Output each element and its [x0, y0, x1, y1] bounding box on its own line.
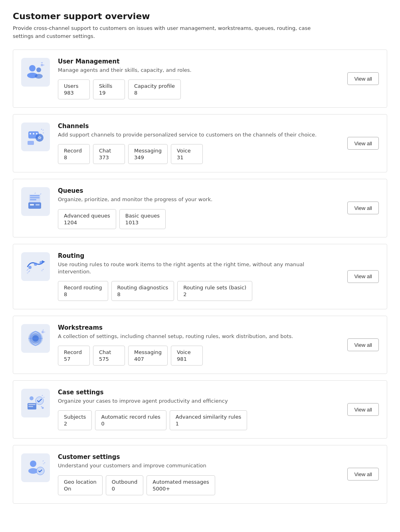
svg-rect-43	[28, 404, 36, 405]
user-management-title: User Management	[58, 58, 339, 65]
svg-rect-23	[36, 204, 40, 206]
case-settings-view-all-button[interactable]: View all	[347, 403, 379, 416]
workstreams-description: A collection of settings, including chan…	[58, 333, 329, 340]
svg-line-33	[43, 269, 44, 270]
stat-routing-rule-sets: Routing rule sets (basic) 2	[177, 281, 252, 301]
svg-point-48	[42, 407, 44, 409]
user-management-icon	[21, 58, 50, 87]
channels-content: Channels Add support channels to provide…	[58, 123, 339, 164]
stat-channels-record: Record 8	[58, 144, 90, 164]
page-title: Customer support overview	[13, 11, 387, 21]
routing-content: Routing Use routing rules to route work …	[58, 252, 339, 301]
svg-point-46	[30, 396, 34, 400]
stat-channels-chat: Chat 373	[93, 144, 125, 164]
routing-description: Use routing rules to route work items to…	[58, 261, 329, 275]
case-settings-title: Case settings	[58, 389, 339, 396]
svg-rect-19	[30, 197, 40, 198]
stat-advanced-similarity-rules: Advanced similarity rules 1	[170, 410, 247, 430]
queues-view-all-button[interactable]: View all	[347, 202, 379, 214]
svg-line-6	[41, 62, 42, 63]
svg-point-28	[34, 263, 37, 266]
stat-outbound: Outbound 0	[106, 475, 144, 495]
stat-capacity-profile: Capacity profile 8	[128, 79, 181, 99]
section-channels: Channels Add support channels to provide…	[13, 114, 387, 172]
svg-point-34	[41, 270, 43, 271]
routing-stats: Record routing 8 Routing diagnostics 8 R…	[58, 281, 339, 301]
svg-rect-18	[30, 195, 40, 196]
stat-channels-voice: Voice 31	[171, 144, 203, 164]
stat-workstreams-record: Record 57	[58, 346, 90, 366]
svg-rect-21	[28, 202, 41, 209]
page-subtitle: Provide cross-channel support to custome…	[13, 24, 324, 40]
svg-rect-22	[30, 204, 34, 206]
svg-line-50	[44, 397, 44, 398]
svg-line-54	[43, 461, 44, 461]
channels-view-all-button[interactable]: View all	[347, 137, 379, 150]
section-case-settings: Case settings Organize your cases to imp…	[13, 380, 387, 439]
stat-workstreams-chat: Chat 575	[93, 346, 125, 366]
svg-line-55	[44, 463, 45, 463]
svg-point-1	[36, 67, 41, 72]
svg-point-12	[36, 134, 44, 142]
section-queues: Queues Organize, prioritize, and monitor…	[13, 179, 387, 237]
channels-title: Channels	[58, 123, 339, 130]
svg-point-0	[29, 65, 36, 71]
stat-geo-location: Geo location On	[58, 475, 103, 495]
section-workstreams: Workstreams A collection of settings, in…	[13, 316, 387, 374]
svg-line-31	[27, 269, 28, 271]
svg-line-14	[41, 129, 42, 130]
svg-point-10	[33, 133, 34, 134]
stat-workstreams-voice: Voice 981	[171, 346, 203, 366]
svg-point-56	[43, 463, 44, 465]
stat-subjects: Subjects 2	[58, 410, 92, 430]
routing-view-all-button[interactable]: View all	[347, 270, 379, 283]
section-customer-settings: Customer settings Understand your custom…	[13, 445, 387, 503]
user-management-description: Manage agents and their skills, capacity…	[58, 67, 329, 74]
customer-settings-stats: Geo location On Outbound 0 Automated mes…	[58, 475, 339, 495]
user-management-content: User Management Manage agents and their …	[58, 58, 339, 99]
stat-advanced-queues: Advanced queues 1204	[58, 209, 116, 229]
customer-settings-description: Understand your customers and improve co…	[58, 462, 329, 469]
case-settings-stats: Subjects 2 Automatic record rules 0 Adva…	[58, 410, 339, 430]
queues-icon	[21, 187, 50, 216]
customer-settings-title: Customer settings	[58, 453, 339, 461]
channels-stats: Record 8 Chat 373 Messaging 349 Voice 31	[58, 144, 339, 164]
svg-line-40	[43, 330, 44, 330]
user-management-stats: Users 983 Skills 19 Capacity profile 8	[58, 79, 339, 99]
queues-title: Queues	[58, 187, 339, 194]
svg-line-30	[28, 271, 30, 272]
channels-description: Add support channels to provide personal…	[58, 131, 329, 138]
svg-point-32	[27, 272, 28, 274]
stat-automatic-record-rules: Automatic record rules 0	[95, 410, 166, 430]
svg-line-24	[35, 193, 36, 194]
queues-description: Organize, prioritize, and monitor the pr…	[58, 196, 329, 203]
section-routing: Routing Use routing rules to route work …	[13, 244, 387, 309]
stat-users: Users 983	[58, 79, 90, 99]
stat-automated-messages: Automated messages 5000+	[147, 475, 215, 495]
case-settings-icon	[21, 389, 50, 417]
svg-line-49	[42, 395, 43, 396]
workstreams-icon	[21, 324, 50, 353]
stat-workstreams-messaging: Messaging 407	[128, 346, 168, 366]
user-management-view-all-button[interactable]: View all	[347, 72, 379, 85]
svg-point-39	[42, 331, 44, 333]
svg-rect-44	[28, 406, 33, 407]
svg-rect-20	[30, 199, 36, 200]
svg-point-27	[28, 266, 32, 269]
customer-settings-icon	[21, 453, 50, 482]
section-user-management: User Management Manage agents and their …	[13, 49, 387, 108]
routing-icon	[21, 252, 50, 281]
queues-content: Queues Organize, prioritize, and monitor…	[58, 187, 339, 229]
stat-channels-messaging: Messaging 349	[128, 144, 168, 164]
customer-settings-view-all-button[interactable]: View all	[347, 468, 379, 481]
workstreams-content: Workstreams A collection of settings, in…	[58, 324, 339, 366]
svg-point-9	[30, 133, 31, 134]
workstreams-view-all-button[interactable]: View all	[347, 338, 379, 351]
customer-settings-content: Customer settings Understand your custom…	[58, 453, 339, 495]
svg-line-25	[40, 194, 41, 194]
svg-line-47	[41, 406, 42, 407]
stat-skills: Skills 19	[93, 79, 125, 99]
stat-routing-diagnostics: Routing diagnostics 8	[111, 281, 174, 301]
page-container: Customer support overview Provide cross-…	[0, 0, 400, 532]
svg-rect-13	[28, 141, 34, 145]
